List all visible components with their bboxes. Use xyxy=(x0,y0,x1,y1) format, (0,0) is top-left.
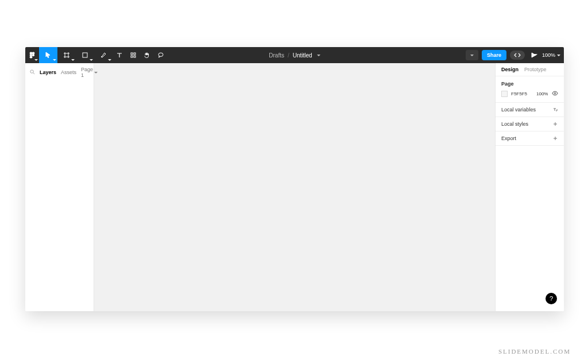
resources-icon xyxy=(130,52,137,59)
export-row[interactable]: Export xyxy=(496,131,564,146)
svg-point-3 xyxy=(32,54,34,56)
watermark: SLIDEMODEL.COM xyxy=(498,348,571,355)
comment-icon xyxy=(157,52,164,59)
app-window: Drafts / Untitled Share 100% xyxy=(25,47,564,311)
breadcrumb-folder[interactable]: Drafts xyxy=(269,52,284,59)
local-variables-row[interactable]: Local variables xyxy=(496,103,564,117)
svg-point-17 xyxy=(30,69,33,72)
zoom-dropdown[interactable]: 100% xyxy=(542,52,560,58)
page-section-title: Page xyxy=(501,81,558,87)
chevron-down-icon xyxy=(557,55,560,56)
tab-design[interactable]: Design xyxy=(501,67,519,72)
plus-icon xyxy=(552,121,558,127)
toolbar-left xyxy=(25,47,168,63)
page-bg-opacity[interactable]: 100% xyxy=(536,91,548,96)
top-toolbar: Drafts / Untitled Share 100% xyxy=(25,47,564,63)
svg-line-18 xyxy=(33,72,34,73)
pen-tool-button[interactable] xyxy=(94,47,113,63)
svg-rect-16 xyxy=(134,56,136,57)
dev-mode-toggle[interactable] xyxy=(510,51,525,60)
text-icon xyxy=(116,52,123,59)
main-menu-button[interactable] xyxy=(25,47,39,63)
left-panel-tabs: Layers Assets Page 1 xyxy=(25,63,94,82)
svg-point-10 xyxy=(101,56,102,57)
comment-tool-button[interactable] xyxy=(154,47,168,63)
svg-rect-13 xyxy=(131,53,133,55)
svg-rect-15 xyxy=(131,56,133,57)
help-button[interactable]: ? xyxy=(546,293,557,304)
breadcrumb-title[interactable]: Untitled xyxy=(293,52,312,59)
page-bg-hex[interactable]: F5F5F5 xyxy=(511,91,527,96)
hand-tool-button[interactable] xyxy=(140,47,154,63)
plus-icon xyxy=(552,135,558,141)
export-label: Export xyxy=(501,135,516,141)
eye-icon xyxy=(552,90,558,96)
toolbar-right: Share 100% xyxy=(466,47,564,63)
dev-mode-icon xyxy=(514,52,521,58)
hand-icon xyxy=(144,52,150,59)
svg-rect-0 xyxy=(30,52,32,54)
pen-icon xyxy=(100,52,107,59)
frame-tool-button[interactable] xyxy=(57,47,76,63)
figma-logo-icon xyxy=(29,52,36,59)
shape-tool-button[interactable] xyxy=(76,47,94,63)
svg-rect-1 xyxy=(32,52,34,54)
tab-prototype[interactable]: Prototype xyxy=(524,67,547,72)
search-icon xyxy=(30,69,35,75)
zoom-value: 100% xyxy=(542,52,555,58)
svg-rect-9 xyxy=(83,53,87,57)
local-styles-label: Local styles xyxy=(501,121,528,127)
tab-assets[interactable]: Assets xyxy=(61,69,76,75)
tab-layers[interactable]: Layers xyxy=(40,69,56,75)
svg-rect-14 xyxy=(134,53,136,55)
left-panel: Layers Assets Page 1 xyxy=(25,63,94,311)
local-styles-row[interactable]: Local styles xyxy=(496,117,564,131)
cursor-icon xyxy=(45,52,52,59)
text-tool-button[interactable] xyxy=(113,47,126,63)
chevron-down-icon[interactable] xyxy=(317,55,320,56)
page-selector-label: Page 1 xyxy=(81,67,93,78)
color-swatch[interactable] xyxy=(501,91,508,97)
visibility-toggle[interactable] xyxy=(552,90,558,98)
share-button[interactable]: Share xyxy=(482,50,506,60)
right-panel: Design Prototype Page F5F5F5 100% Local … xyxy=(495,63,564,311)
present-button[interactable] xyxy=(528,52,539,58)
rectangle-icon xyxy=(82,52,88,59)
resources-button[interactable] xyxy=(126,47,140,63)
app-body: Layers Assets Page 1 Design Prototype Pa… xyxy=(25,63,564,311)
collaborators-dropdown[interactable] xyxy=(466,50,478,60)
chevron-down-icon xyxy=(94,72,98,73)
page-section: Page F5F5F5 100% xyxy=(496,76,564,103)
frame-icon xyxy=(63,52,70,59)
svg-rect-4 xyxy=(30,56,32,58)
right-panel-tabs: Design Prototype xyxy=(496,63,564,76)
canvas[interactable] xyxy=(94,63,495,311)
settings-icon xyxy=(552,107,558,113)
search-button[interactable] xyxy=(30,69,35,76)
svg-point-19 xyxy=(554,92,556,94)
move-tool-button[interactable] xyxy=(39,47,57,63)
svg-rect-2 xyxy=(30,55,32,56)
page-background-row[interactable]: F5F5F5 100% xyxy=(501,90,558,98)
breadcrumb-separator: / xyxy=(288,52,289,59)
local-variables-label: Local variables xyxy=(501,107,536,113)
